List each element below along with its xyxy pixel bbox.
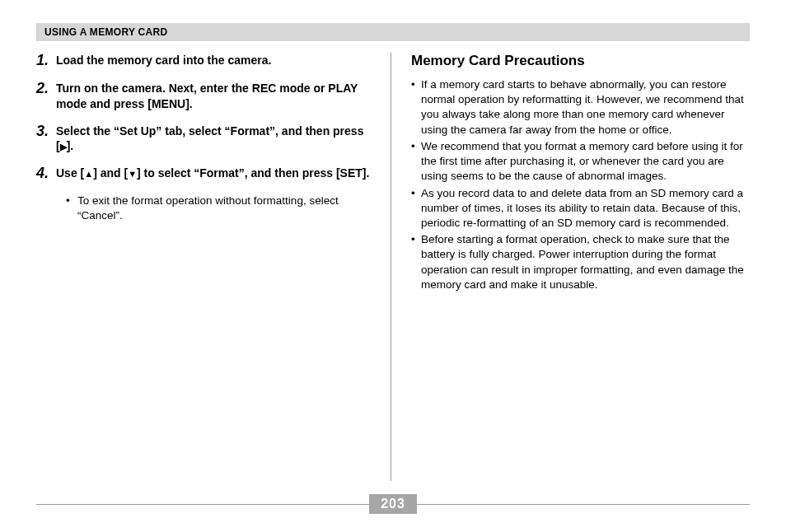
bullet-dot: • <box>411 232 421 292</box>
precaution-text: Before starting a format operation, chec… <box>421 232 750 292</box>
step-text-post: ] to select “Format”, and then press [SE… <box>137 166 369 180</box>
precaution-item: • Before starting a format operation, ch… <box>411 232 750 292</box>
step-2: 2. Turn on the camera. Next, enter the R… <box>36 81 374 112</box>
left-column: 1. Load the memory card into the camera.… <box>36 53 391 481</box>
down-arrow-icon <box>128 166 137 180</box>
bullet-dot: • <box>411 139 421 184</box>
page-number: 203 <box>369 494 417 514</box>
step-1: 1. Load the memory card into the camera. <box>36 53 374 69</box>
bullet-dot: • <box>411 186 421 231</box>
step-3: 3. Select the “Set Up” tab, select “Form… <box>36 124 374 155</box>
sub-bullet-text: To exit the format operation without for… <box>77 194 374 223</box>
right-column: Memory Card Precautions • If a memory ca… <box>391 53 750 481</box>
footer-rule-left <box>36 504 369 505</box>
page-footer: 203 <box>36 494 750 514</box>
step-text-mid: ] and [ <box>93 166 128 180</box>
step-number: 2. <box>36 81 56 97</box>
step-number: 1. <box>36 53 56 69</box>
precaution-item: • We recommend that you format a memory … <box>411 139 750 184</box>
step-number: 3. <box>36 124 56 140</box>
step-text: Turn on the camera. Next, enter the REC … <box>56 81 374 112</box>
section-header: USING A MEMORY CARD <box>36 23 750 41</box>
bullet-dot: • <box>411 77 421 138</box>
step-text: Load the memory card into the camera. <box>56 53 271 68</box>
content-columns: 1. Load the memory card into the camera.… <box>36 53 750 481</box>
step-text-post: ]. <box>67 139 74 152</box>
step-number: 4. <box>36 166 56 182</box>
step-text: Use [] and [] to select “Format”, and th… <box>56 166 369 181</box>
precaution-text: As you record data to and delete data fr… <box>421 186 750 231</box>
precautions-title: Memory Card Precautions <box>411 53 750 69</box>
step-text-pre: Select the “Set Up” tab, select “Format”… <box>56 124 363 153</box>
bullet-dot: • <box>66 194 77 223</box>
step-4: 4. Use [] and [] to select “Format”, and… <box>36 166 374 182</box>
precaution-text: If a memory card starts to behave abnorm… <box>421 77 750 138</box>
step-text: Select the “Set Up” tab, select “Format”… <box>56 124 374 155</box>
right-arrow-icon <box>60 139 67 152</box>
precaution-item: • If a memory card starts to behave abno… <box>411 77 750 138</box>
up-arrow-icon <box>84 166 93 180</box>
precaution-text: We recommend that you format a memory ca… <box>421 139 750 184</box>
footer-rule-right <box>417 504 750 505</box>
step-text-pre: Use [ <box>56 166 84 180</box>
precaution-item: • As you record data to and delete data … <box>411 186 750 231</box>
sub-bullet: • To exit the format operation without f… <box>66 194 374 223</box>
